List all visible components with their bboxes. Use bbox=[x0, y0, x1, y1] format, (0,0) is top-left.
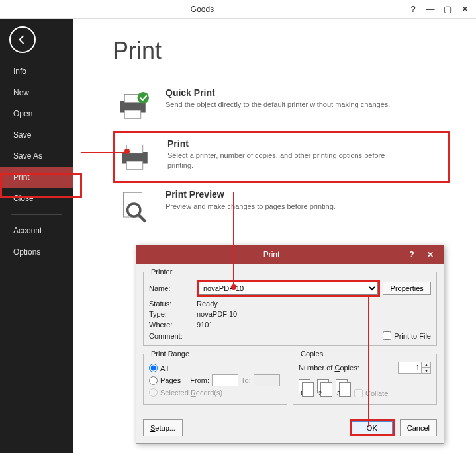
dialog-title: Print bbox=[140, 250, 403, 259]
where-value: 9101 bbox=[197, 321, 380, 329]
print-to-file-input[interactable] bbox=[383, 331, 391, 340]
close-button[interactable]: ✕ bbox=[456, 4, 473, 14]
option-print-preview[interactable]: Print Preview Preview and make changes t… bbox=[113, 183, 450, 233]
annotation-highlight-ok: OK bbox=[350, 419, 395, 436]
printer-group: Printer Name: novaPDF 10 Properties Stat… bbox=[143, 268, 437, 346]
svg-point-3 bbox=[138, 92, 150, 104]
sidebar-menu: Info New Open Save Save As Print Close A… bbox=[0, 61, 73, 263]
printer-legend: Printer bbox=[149, 268, 174, 276]
restore-button[interactable]: ▢ bbox=[439, 4, 456, 14]
option-quick-print[interactable]: Quick Print Send the object directly to … bbox=[113, 81, 450, 131]
range-pages-radio[interactable]: Pages From: To: bbox=[149, 374, 281, 386]
backstage-sidebar: Info New Open Save Save As Print Close A… bbox=[0, 19, 73, 453]
sidebar-item-save-as[interactable]: Save As bbox=[0, 145, 73, 167]
dialog-titlebar: Print ? ✕ bbox=[136, 245, 444, 264]
from-label: From: bbox=[190, 376, 209, 384]
range-legend: Print Range bbox=[149, 350, 191, 358]
page-icon: 1 bbox=[299, 379, 314, 397]
print-to-file-checkbox[interactable]: Print to File bbox=[383, 331, 431, 340]
where-label: Where: bbox=[149, 321, 194, 329]
sidebar-item-close[interactable]: Close bbox=[0, 188, 73, 209]
help-icon[interactable]: ? bbox=[405, 4, 422, 14]
print-icon bbox=[119, 138, 156, 175]
quick-print-title: Quick Print bbox=[166, 87, 390, 98]
print-desc: Select a printer, number of copies, and … bbox=[167, 151, 406, 171]
arrow-left-icon bbox=[17, 34, 28, 46]
window-controls: ? — ▢ ✕ bbox=[405, 4, 476, 14]
copies-label: Number of Copies: bbox=[299, 364, 359, 372]
name-label: Name: bbox=[149, 284, 194, 292]
type-value: novaPDF 10 bbox=[197, 310, 380, 318]
printer-name-select[interactable]: novaPDF 10 bbox=[199, 282, 378, 295]
properties-button[interactable]: Properties bbox=[383, 282, 431, 295]
annotation-connector bbox=[368, 295, 369, 427]
setup-button[interactable]: Setup... bbox=[143, 419, 183, 436]
print-preview-title: Print Preview bbox=[166, 189, 336, 200]
dialog-close-icon[interactable]: ✕ bbox=[421, 250, 440, 259]
sidebar-item-open[interactable]: Open bbox=[0, 103, 73, 124]
page-icon: 3 bbox=[336, 379, 352, 397]
minimize-button[interactable]: — bbox=[422, 4, 439, 14]
copies-group: Copies Number of Copies: ▲▼ 1 2 3 Colla bbox=[293, 350, 437, 405]
collate-checkbox: Collate bbox=[354, 389, 388, 397]
spin-up-icon[interactable]: ▲ bbox=[422, 362, 431, 368]
sidebar-item-save[interactable]: Save bbox=[0, 124, 73, 145]
copies-input[interactable] bbox=[398, 362, 422, 374]
quick-print-icon bbox=[117, 87, 154, 124]
type-label: Type: bbox=[149, 310, 194, 318]
svg-rect-2 bbox=[124, 110, 141, 118]
cancel-button[interactable]: Cancel bbox=[400, 419, 437, 436]
collate-preview: 1 2 3 Collate bbox=[299, 379, 431, 397]
dialog-help-icon[interactable]: ? bbox=[403, 250, 421, 259]
annotation-dot bbox=[124, 149, 130, 154]
range-selected-radio: Selected Record(s) bbox=[149, 388, 281, 397]
to-label: To: bbox=[241, 376, 251, 384]
page-icon: 2 bbox=[317, 379, 333, 397]
back-button[interactable] bbox=[9, 26, 36, 53]
annotation-connector bbox=[233, 192, 234, 284]
sidebar-item-options[interactable]: Options bbox=[0, 241, 73, 263]
copies-legend: Copies bbox=[299, 350, 325, 358]
window-title: Goods bbox=[0, 5, 405, 14]
print-preview-icon bbox=[117, 189, 154, 226]
print-preview-desc: Preview and make changes to pages before… bbox=[166, 202, 336, 212]
quick-print-desc: Send the object directly to the default … bbox=[166, 100, 390, 110]
sidebar-item-account[interactable]: Account bbox=[0, 220, 73, 241]
status-value: Ready bbox=[197, 300, 380, 308]
to-input bbox=[254, 374, 280, 386]
print-range-group: Print Range All Pages From: To: Selected… bbox=[143, 350, 287, 405]
print-title: Print bbox=[167, 138, 406, 149]
page-title: Print bbox=[113, 37, 450, 65]
annotation-highlight-name: novaPDF 10 bbox=[197, 280, 380, 297]
print-dialog: Print ? ✕ Printer Name: novaPDF 10 Prope… bbox=[136, 245, 444, 444]
svg-rect-6 bbox=[126, 161, 143, 169]
option-print[interactable]: Print Select a printer, number of copies… bbox=[113, 131, 450, 183]
annotation-dot bbox=[231, 284, 236, 290]
sidebar-item-info[interactable]: Info bbox=[0, 61, 73, 82]
sidebar-separator bbox=[11, 214, 62, 215]
ok-button[interactable]: OK bbox=[352, 421, 393, 434]
range-all-radio[interactable]: All bbox=[149, 364, 281, 372]
copies-spinner[interactable]: ▲▼ bbox=[398, 362, 431, 374]
from-input[interactable] bbox=[212, 374, 238, 386]
annotation-connector bbox=[81, 152, 126, 153]
spin-down-icon[interactable]: ▼ bbox=[422, 368, 431, 374]
sidebar-item-new[interactable]: New bbox=[0, 82, 73, 103]
comment-label: Comment: bbox=[149, 332, 194, 340]
title-bar: Goods ? — ▢ ✕ bbox=[0, 0, 476, 19]
sidebar-item-print[interactable]: Print bbox=[0, 167, 73, 188]
status-label: Status: bbox=[149, 300, 194, 308]
